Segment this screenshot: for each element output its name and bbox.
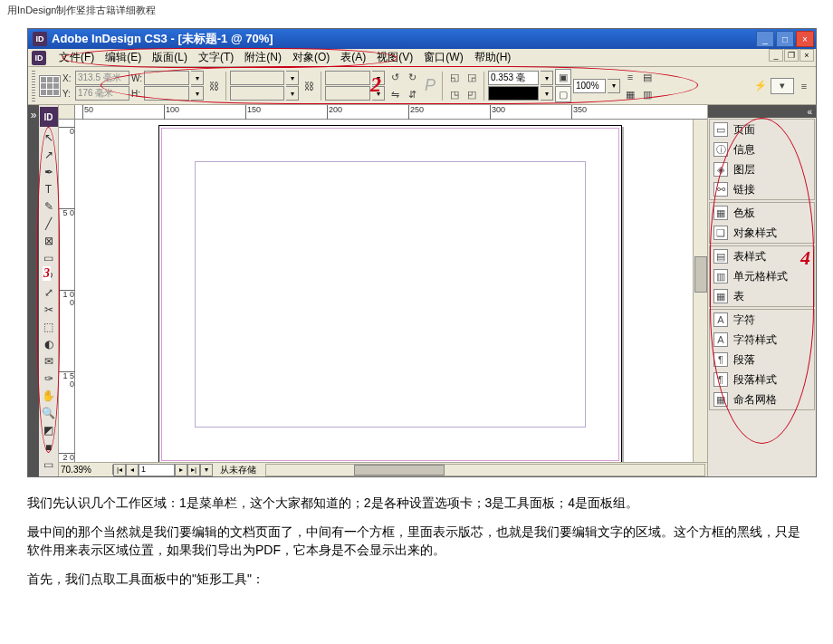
panel-menu-icon[interactable]: ▾ [771, 78, 794, 94]
wrap-2-icon[interactable]: ▤ [639, 69, 656, 85]
horizontal-scrollbar[interactable] [265, 464, 705, 476]
line-tool[interactable]: ╱ [40, 216, 58, 232]
scale-y-field[interactable] [230, 86, 284, 101]
flip-v-icon[interactable]: ⇵ [404, 86, 420, 102]
menu-table[interactable]: 表(A) [335, 48, 371, 67]
scale-y-dropdown[interactable]: ▾ [286, 86, 299, 101]
panel-item-对象样式[interactable]: ❏对象样式 [710, 223, 814, 243]
mdi-minimize[interactable]: _ [769, 49, 783, 62]
maximize-button[interactable]: □ [776, 31, 794, 47]
menu-view[interactable]: 视图(V) [371, 48, 418, 67]
menu-notes[interactable]: 附注(N) [239, 48, 287, 67]
type-tool[interactable]: T [40, 181, 58, 197]
page-menu-button[interactable]: ▾ [200, 464, 213, 476]
panel-dock-header[interactable]: « [708, 105, 816, 118]
x-field[interactable]: 313.5 毫米 [75, 71, 129, 85]
zoom-tool[interactable]: 🔍 [40, 405, 58, 421]
panel-item-段落[interactable]: ¶段落 [710, 350, 814, 370]
menu-help[interactable]: 帮助(H) [469, 48, 517, 67]
pathfinder-3-icon[interactable]: ◳ [446, 86, 463, 102]
eyedropper-tool[interactable]: ✑ [40, 370, 58, 387]
mdi-restore[interactable]: ❐ [784, 49, 799, 62]
panel-item-表样式[interactable]: ▤表样式 [710, 246, 814, 266]
pathfinder-1-icon[interactable]: ◱ [446, 69, 463, 85]
flip-h-icon[interactable]: ⇋ [387, 86, 403, 102]
mdi-close[interactable]: × [799, 49, 814, 62]
pathfinder-4-icon[interactable]: ◰ [464, 86, 480, 102]
menu-type[interactable]: 文字(T) [193, 48, 239, 67]
panel-item-单元格样式[interactable]: ▥单元格样式 [710, 266, 814, 286]
w-field[interactable] [144, 71, 189, 85]
fit-1-icon[interactable]: ▣ [555, 69, 571, 85]
zoom-level[interactable]: 70.39% [59, 465, 113, 475]
zoom-dropdown[interactable]: ▾ [608, 79, 620, 93]
pathfinder-2-icon[interactable]: ◲ [464, 69, 480, 85]
direct-selection-tool[interactable]: ↗ [40, 147, 58, 163]
scrollbar-thumb-h[interactable] [354, 465, 445, 476]
wrap-1-icon[interactable]: ≡ [622, 69, 638, 85]
wrap-3-icon[interactable]: ▦ [622, 86, 638, 102]
h-dropdown[interactable]: ▾ [191, 86, 204, 101]
constrain-icon[interactable]: ⛓ [206, 78, 222, 94]
close-button[interactable]: × [796, 31, 814, 47]
rectangle-frame-tool[interactable]: ⊠ [40, 233, 58, 249]
stroke-style-dropdown[interactable]: ▾ [541, 86, 553, 101]
minimize-button[interactable]: _ [756, 31, 774, 47]
rotate-field[interactable] [325, 71, 370, 85]
note-tool[interactable]: ✉ [40, 353, 58, 370]
wrap-4-icon[interactable]: ▥ [639, 86, 656, 102]
reference-point-grid[interactable] [39, 75, 61, 97]
scissors-tool[interactable]: ✂ [40, 302, 58, 318]
panel-item-字符样式[interactable]: A字符样式 [710, 330, 814, 350]
panel-options-icon[interactable]: ≡ [796, 78, 812, 94]
rotate-cw-icon[interactable]: ↻ [404, 69, 420, 85]
view-mode-tool[interactable]: ▭ [40, 457, 58, 473]
menu-edit[interactable]: 编辑(E) [100, 48, 147, 67]
gradient-tool[interactable]: ◐ [40, 336, 58, 352]
panel-item-色板[interactable]: ▦色板 [710, 203, 814, 223]
toolbar-grip[interactable] [32, 71, 35, 101]
dock-strip-left[interactable]: » [28, 105, 39, 476]
stroke-weight-dropdown[interactable]: ▾ [541, 71, 553, 85]
vertical-ruler[interactable]: 05 01 0 01 5 02 0 0 [59, 120, 75, 462]
rectangle-tool[interactable]: ▭ [40, 250, 58, 266]
ruler-origin[interactable] [59, 105, 75, 120]
menu-layout[interactable]: 版面(L) [147, 48, 193, 67]
rotate-ccw-icon[interactable]: ↺ [387, 69, 403, 85]
panel-item-命名网格[interactable]: ▦命名网格 [710, 389, 814, 409]
h-field[interactable] [144, 86, 189, 101]
panel-item-信息[interactable]: ⓘ信息 [710, 139, 814, 159]
scale-x-dropdown[interactable]: ▾ [286, 71, 299, 85]
free-transform-tool[interactable]: ⬚ [40, 319, 58, 335]
prev-page-button[interactable]: ◂ [126, 464, 139, 476]
shear-field[interactable] [325, 86, 370, 101]
horizontal-ruler[interactable]: 50100150200250300350 [75, 105, 707, 120]
y-field[interactable]: 176 毫米 [75, 86, 129, 101]
selection-tool[interactable]: ↖ [40, 130, 58, 146]
document-page[interactable] [158, 125, 622, 464]
menu-file[interactable]: 文件(F) [53, 48, 100, 67]
zoom-field[interactable]: 100% [573, 79, 606, 93]
scale-tool[interactable]: ⤢ [40, 284, 58, 301]
panel-item-字符[interactable]: A字符 [710, 310, 814, 330]
panel-item-链接[interactable]: ⚯链接 [710, 179, 814, 199]
next-page-button[interactable]: ▸ [175, 464, 187, 476]
canvas-viewport[interactable] [75, 120, 693, 462]
pencil-tool[interactable]: ✎ [40, 198, 58, 215]
w-dropdown[interactable]: ▾ [191, 71, 204, 85]
panel-item-图层[interactable]: ◈图层 [710, 159, 814, 179]
fill-stroke-tool[interactable]: ◩ [40, 422, 58, 438]
fit-2-icon[interactable]: ▢ [555, 86, 571, 102]
link-icon[interactable]: ⛓ [301, 78, 317, 94]
panel-item-表[interactable]: ▦表 [710, 286, 814, 306]
panel-item-页面[interactable]: ▭页面 [710, 120, 814, 139]
stroke-weight-field[interactable]: 0.353 毫 [488, 71, 539, 85]
stroke-style-field[interactable] [488, 86, 539, 101]
vertical-scrollbar[interactable] [693, 120, 707, 462]
quick-apply-icon[interactable]: ⚡ [752, 78, 769, 94]
color-tool[interactable]: ■ [40, 439, 58, 456]
first-page-button[interactable]: |◂ [113, 464, 126, 476]
pen-tool[interactable]: ✒ [40, 164, 58, 180]
menu-window[interactable]: 窗口(W) [418, 48, 468, 67]
scrollbar-thumb[interactable] [694, 256, 707, 293]
